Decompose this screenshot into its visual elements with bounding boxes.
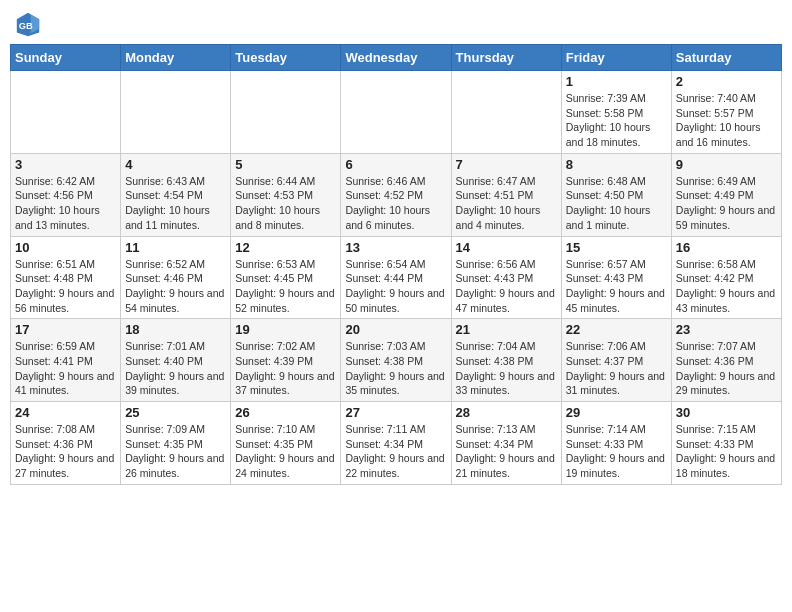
day-info: Sunrise: 6:56 AM Sunset: 4:43 PM Dayligh… [456, 257, 557, 316]
day-info: Sunrise: 6:46 AM Sunset: 4:52 PM Dayligh… [345, 174, 446, 233]
calendar-week-row: 24Sunrise: 7:08 AM Sunset: 4:36 PM Dayli… [11, 402, 782, 485]
day-info: Sunrise: 7:10 AM Sunset: 4:35 PM Dayligh… [235, 422, 336, 481]
day-info: Sunrise: 7:06 AM Sunset: 4:37 PM Dayligh… [566, 339, 667, 398]
day-info: Sunrise: 6:42 AM Sunset: 4:56 PM Dayligh… [15, 174, 116, 233]
calendar-cell: 24Sunrise: 7:08 AM Sunset: 4:36 PM Dayli… [11, 402, 121, 485]
day-number: 6 [345, 157, 446, 172]
day-number: 13 [345, 240, 446, 255]
calendar-week-row: 3Sunrise: 6:42 AM Sunset: 4:56 PM Daylig… [11, 153, 782, 236]
day-number: 12 [235, 240, 336, 255]
day-number: 22 [566, 322, 667, 337]
day-number: 20 [345, 322, 446, 337]
column-header-wednesday: Wednesday [341, 45, 451, 71]
calendar-cell: 29Sunrise: 7:14 AM Sunset: 4:33 PM Dayli… [561, 402, 671, 485]
logo-icon: GB [14, 10, 42, 38]
day-info: Sunrise: 6:49 AM Sunset: 4:49 PM Dayligh… [676, 174, 777, 233]
day-info: Sunrise: 7:01 AM Sunset: 4:40 PM Dayligh… [125, 339, 226, 398]
svg-text:GB: GB [19, 21, 33, 31]
day-number: 28 [456, 405, 557, 420]
calendar-cell [341, 71, 451, 154]
calendar-cell: 2Sunrise: 7:40 AM Sunset: 5:57 PM Daylig… [671, 71, 781, 154]
day-info: Sunrise: 7:02 AM Sunset: 4:39 PM Dayligh… [235, 339, 336, 398]
day-info: Sunrise: 7:11 AM Sunset: 4:34 PM Dayligh… [345, 422, 446, 481]
day-number: 23 [676, 322, 777, 337]
calendar-cell [121, 71, 231, 154]
day-info: Sunrise: 7:08 AM Sunset: 4:36 PM Dayligh… [15, 422, 116, 481]
calendar-cell: 8Sunrise: 6:48 AM Sunset: 4:50 PM Daylig… [561, 153, 671, 236]
calendar-cell: 4Sunrise: 6:43 AM Sunset: 4:54 PM Daylig… [121, 153, 231, 236]
column-header-monday: Monday [121, 45, 231, 71]
day-info: Sunrise: 6:54 AM Sunset: 4:44 PM Dayligh… [345, 257, 446, 316]
calendar-cell: 12Sunrise: 6:53 AM Sunset: 4:45 PM Dayli… [231, 236, 341, 319]
calendar-cell: 6Sunrise: 6:46 AM Sunset: 4:52 PM Daylig… [341, 153, 451, 236]
day-number: 3 [15, 157, 116, 172]
calendar-cell: 28Sunrise: 7:13 AM Sunset: 4:34 PM Dayli… [451, 402, 561, 485]
day-number: 18 [125, 322, 226, 337]
calendar-cell: 7Sunrise: 6:47 AM Sunset: 4:51 PM Daylig… [451, 153, 561, 236]
calendar-cell: 16Sunrise: 6:58 AM Sunset: 4:42 PM Dayli… [671, 236, 781, 319]
calendar-cell: 13Sunrise: 6:54 AM Sunset: 4:44 PM Dayli… [341, 236, 451, 319]
calendar-cell: 27Sunrise: 7:11 AM Sunset: 4:34 PM Dayli… [341, 402, 451, 485]
day-number: 27 [345, 405, 446, 420]
day-number: 4 [125, 157, 226, 172]
column-header-sunday: Sunday [11, 45, 121, 71]
day-number: 30 [676, 405, 777, 420]
calendar-week-row: 17Sunrise: 6:59 AM Sunset: 4:41 PM Dayli… [11, 319, 782, 402]
day-info: Sunrise: 6:57 AM Sunset: 4:43 PM Dayligh… [566, 257, 667, 316]
day-number: 16 [676, 240, 777, 255]
day-info: Sunrise: 6:59 AM Sunset: 4:41 PM Dayligh… [15, 339, 116, 398]
calendar-header-row: SundayMondayTuesdayWednesdayThursdayFrid… [11, 45, 782, 71]
day-info: Sunrise: 6:58 AM Sunset: 4:42 PM Dayligh… [676, 257, 777, 316]
calendar-cell: 22Sunrise: 7:06 AM Sunset: 4:37 PM Dayli… [561, 319, 671, 402]
day-number: 15 [566, 240, 667, 255]
day-number: 26 [235, 405, 336, 420]
calendar-cell [451, 71, 561, 154]
day-number: 19 [235, 322, 336, 337]
calendar-cell: 10Sunrise: 6:51 AM Sunset: 4:48 PM Dayli… [11, 236, 121, 319]
day-number: 8 [566, 157, 667, 172]
day-number: 29 [566, 405, 667, 420]
day-info: Sunrise: 7:14 AM Sunset: 4:33 PM Dayligh… [566, 422, 667, 481]
calendar-cell: 5Sunrise: 6:44 AM Sunset: 4:53 PM Daylig… [231, 153, 341, 236]
column-header-thursday: Thursday [451, 45, 561, 71]
day-number: 7 [456, 157, 557, 172]
day-info: Sunrise: 6:47 AM Sunset: 4:51 PM Dayligh… [456, 174, 557, 233]
calendar-cell: 1Sunrise: 7:39 AM Sunset: 5:58 PM Daylig… [561, 71, 671, 154]
calendar-cell [11, 71, 121, 154]
calendar-cell: 30Sunrise: 7:15 AM Sunset: 4:33 PM Dayli… [671, 402, 781, 485]
calendar-cell: 20Sunrise: 7:03 AM Sunset: 4:38 PM Dayli… [341, 319, 451, 402]
day-number: 2 [676, 74, 777, 89]
day-number: 14 [456, 240, 557, 255]
day-info: Sunrise: 7:39 AM Sunset: 5:58 PM Dayligh… [566, 91, 667, 150]
column-header-friday: Friday [561, 45, 671, 71]
calendar-cell: 18Sunrise: 7:01 AM Sunset: 4:40 PM Dayli… [121, 319, 231, 402]
calendar-cell [231, 71, 341, 154]
day-number: 17 [15, 322, 116, 337]
day-info: Sunrise: 7:07 AM Sunset: 4:36 PM Dayligh… [676, 339, 777, 398]
day-info: Sunrise: 7:09 AM Sunset: 4:35 PM Dayligh… [125, 422, 226, 481]
column-header-saturday: Saturday [671, 45, 781, 71]
calendar-cell: 9Sunrise: 6:49 AM Sunset: 4:49 PM Daylig… [671, 153, 781, 236]
day-number: 21 [456, 322, 557, 337]
day-info: Sunrise: 7:03 AM Sunset: 4:38 PM Dayligh… [345, 339, 446, 398]
calendar-cell: 15Sunrise: 6:57 AM Sunset: 4:43 PM Dayli… [561, 236, 671, 319]
calendar-cell: 26Sunrise: 7:10 AM Sunset: 4:35 PM Dayli… [231, 402, 341, 485]
day-number: 1 [566, 74, 667, 89]
day-info: Sunrise: 7:40 AM Sunset: 5:57 PM Dayligh… [676, 91, 777, 150]
day-info: Sunrise: 6:48 AM Sunset: 4:50 PM Dayligh… [566, 174, 667, 233]
calendar-cell: 11Sunrise: 6:52 AM Sunset: 4:46 PM Dayli… [121, 236, 231, 319]
calendar-cell: 25Sunrise: 7:09 AM Sunset: 4:35 PM Dayli… [121, 402, 231, 485]
day-number: 9 [676, 157, 777, 172]
day-number: 5 [235, 157, 336, 172]
page-header: GB [10, 10, 782, 38]
calendar-cell: 14Sunrise: 6:56 AM Sunset: 4:43 PM Dayli… [451, 236, 561, 319]
calendar-cell: 19Sunrise: 7:02 AM Sunset: 4:39 PM Dayli… [231, 319, 341, 402]
day-info: Sunrise: 6:52 AM Sunset: 4:46 PM Dayligh… [125, 257, 226, 316]
calendar-week-row: 1Sunrise: 7:39 AM Sunset: 5:58 PM Daylig… [11, 71, 782, 154]
day-number: 25 [125, 405, 226, 420]
day-info: Sunrise: 7:15 AM Sunset: 4:33 PM Dayligh… [676, 422, 777, 481]
day-info: Sunrise: 6:43 AM Sunset: 4:54 PM Dayligh… [125, 174, 226, 233]
day-info: Sunrise: 7:04 AM Sunset: 4:38 PM Dayligh… [456, 339, 557, 398]
calendar-cell: 23Sunrise: 7:07 AM Sunset: 4:36 PM Dayli… [671, 319, 781, 402]
day-number: 11 [125, 240, 226, 255]
